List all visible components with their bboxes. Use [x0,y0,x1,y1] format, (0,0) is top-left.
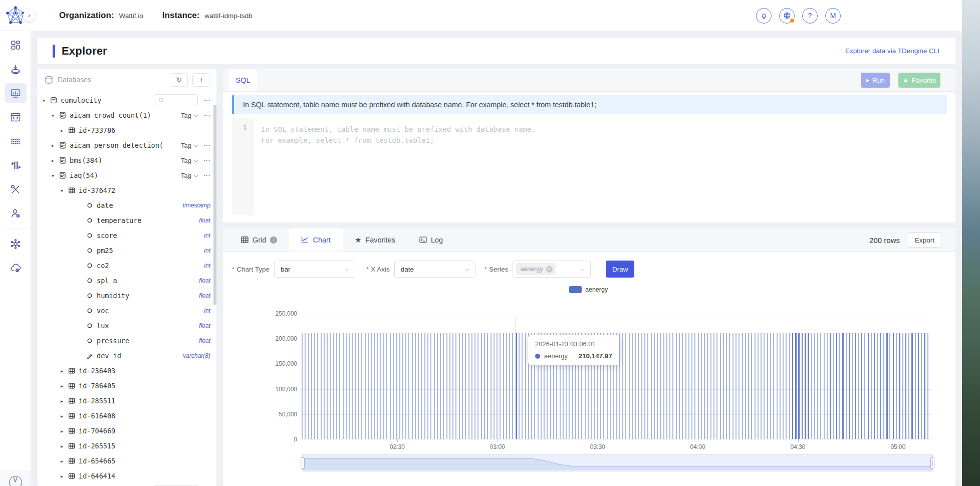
bar[interactable] [311,333,312,439]
bar[interactable] [503,333,504,439]
sidebar-item-users[interactable] [5,203,27,223]
bar[interactable] [663,333,664,439]
bar[interactable] [795,333,797,439]
bar[interactable] [811,333,812,439]
bar[interactable] [402,333,403,439]
tab-log[interactable]: Log [407,228,455,252]
sql-editor[interactable]: 1 In SQL statement, table name must be p… [232,118,947,215]
tree-row-id-265515[interactable]: ▸id-265515 [38,438,216,453]
bar[interactable] [452,333,453,439]
tag-dropdown[interactable]: Tag [181,142,198,149]
bar[interactable] [449,333,450,439]
bar[interactable] [474,333,475,439]
bar[interactable] [716,333,717,439]
bar[interactable] [739,333,740,439]
favorite-button[interactable]: ★Favorite [898,73,940,88]
more-actions-button[interactable]: ⋯ [203,111,210,120]
bar[interactable] [491,333,492,439]
tree-row-iaq(54)[interactable]: ▾siaq(54)Tag⋯ [38,168,216,183]
bar[interactable] [462,333,463,439]
tree-row-score[interactable]: scoreint [38,228,216,243]
sidebar-item-data-subscription[interactable] [5,155,27,175]
bar[interactable] [773,333,774,439]
bar[interactable] [871,333,872,439]
tab-favorites[interactable]: ★ Favorites [343,228,407,252]
tree-row-pressure[interactable]: pressurefloat [38,333,216,348]
more-actions-button[interactable]: ⋯ [203,171,210,180]
series-select[interactable]: aenergy× [513,261,591,278]
bar[interactable] [883,333,884,439]
bar[interactable] [405,333,406,439]
bar[interactable] [635,333,636,439]
export-button[interactable]: Export [908,232,941,248]
sidebar-item-tools[interactable] [5,179,27,199]
bar[interactable] [365,333,366,439]
caret-icon[interactable]: ▸ [52,158,59,163]
bar[interactable] [886,333,888,439]
caret-icon[interactable]: ▸ [61,383,68,389]
bar[interactable] [324,333,325,439]
bar[interactable] [669,333,670,439]
tag-dropdown[interactable]: Tag [181,112,198,119]
bar[interactable] [905,333,907,439]
support-gear-icon[interactable] [779,8,795,24]
bar[interactable] [327,333,328,439]
bar[interactable] [682,333,683,439]
bar[interactable] [321,333,322,439]
bar[interactable] [927,333,928,439]
caret-icon[interactable]: ▸ [61,128,68,133]
draw-button[interactable]: Draw [606,261,634,278]
help-icon[interactable]: ? [802,8,818,24]
bar[interactable] [713,333,714,439]
bar[interactable] [377,333,378,439]
tab-grid[interactable]: Grid i [229,228,289,252]
tree-row-voc[interactable]: vocint [38,303,216,318]
bar[interactable] [525,333,526,439]
bar[interactable] [487,333,488,439]
caret-icon[interactable]: ▾ [52,173,59,178]
bar[interactable] [374,333,375,439]
brush-handle-left[interactable] [301,457,305,468]
bar[interactable] [707,333,708,439]
data-zoom-brush[interactable] [302,454,933,471]
bar[interactable] [742,333,743,439]
bar[interactable] [792,333,794,439]
bar[interactable] [434,333,435,439]
bar[interactable] [625,333,626,439]
tree-row-pm25[interactable]: pm25int [38,243,216,258]
tree-row-humidity[interactable]: humidityfloat [38,288,216,303]
bar[interactable] [622,333,623,439]
sidebar-item-cluster[interactable] [5,234,27,254]
bar[interactable] [827,333,828,439]
bar[interactable] [346,333,347,439]
bar[interactable] [761,333,762,439]
bell-icon[interactable] [756,8,772,24]
bar[interactable] [786,333,787,439]
bar[interactable] [638,333,639,439]
bar[interactable] [698,333,699,439]
bar[interactable] [849,333,850,439]
tree-row-aicam_crowd_count(1)[interactable]: ▾saicam_crowd_count(1)Tag⋯ [38,108,216,123]
bar[interactable] [399,333,400,439]
bar[interactable] [343,333,344,439]
caret-icon[interactable]: ▸ [61,413,68,419]
bar[interactable] [380,333,381,439]
bar[interactable] [839,333,840,439]
bar[interactable] [921,333,922,439]
bar[interactable] [512,333,513,439]
bar[interactable] [408,333,409,439]
tree-scrollbar[interactable] [213,105,216,305]
refresh-button[interactable]: ↻ [170,73,188,87]
sidebar-collapse-button[interactable]: › [23,10,35,22]
sidebar-item-dashboard[interactable] [5,35,27,55]
bar[interactable] [893,333,894,439]
bar[interactable] [798,333,800,439]
bar[interactable] [874,333,875,439]
bar[interactable] [477,333,478,439]
bar[interactable] [437,333,438,439]
bar[interactable] [902,333,903,439]
sidebar-item-streams[interactable] [5,131,27,151]
bar[interactable] [371,333,372,439]
bar[interactable] [412,333,413,439]
chart-legend[interactable]: aenergy [569,286,608,293]
